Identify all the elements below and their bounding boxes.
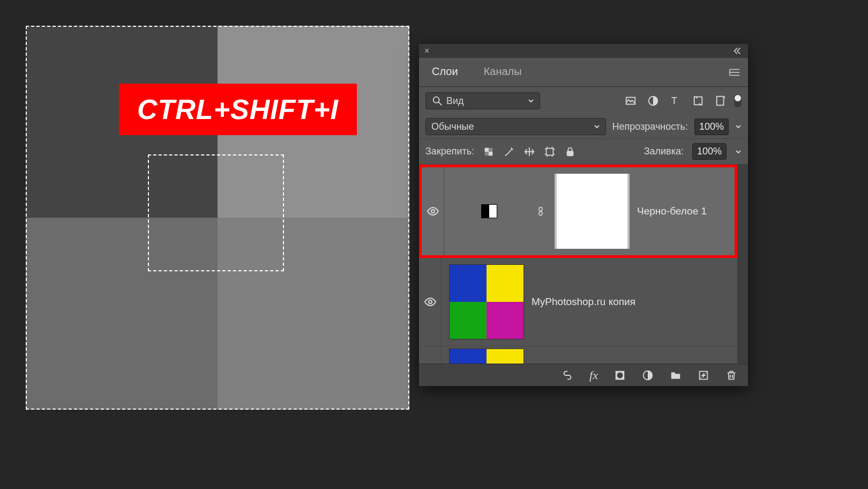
filter-smart-icon[interactable]	[715, 95, 727, 107]
lock-pixels-icon[interactable]	[503, 146, 515, 158]
layer-name[interactable]: Черно-белое 1	[637, 205, 707, 217]
svg-rect-19	[539, 212, 542, 216]
svg-rect-13	[485, 152, 489, 155]
visibility-toggle[interactable]	[419, 258, 442, 346]
delete-layer-icon[interactable]	[725, 369, 737, 381]
layer-name[interactable]: MyPhotoshop.ru копия	[532, 296, 635, 308]
canvas-quadrant	[218, 218, 409, 410]
svg-point-22	[617, 372, 623, 378]
canvas-quadrant	[26, 218, 218, 410]
layers-panel: × Слои Каналы Вид T Обычные Непрозрачнос…	[419, 44, 748, 386]
layer-list: Черно-белое 1 MyPhotoshop.ru копия	[419, 165, 748, 364]
blend-mode-select[interactable]: Обычные	[425, 118, 606, 135]
svg-point-17	[431, 210, 435, 213]
link-layers-icon[interactable]	[562, 369, 573, 381]
new-layer-icon[interactable]	[698, 369, 709, 381]
close-icon[interactable]: ×	[424, 46, 429, 56]
search-icon	[431, 95, 443, 107]
add-adjustment-icon[interactable]	[642, 369, 654, 381]
panel-titlebar[interactable]: ×	[419, 44, 748, 58]
link-mask-icon[interactable]	[534, 205, 547, 217]
visibility-toggle[interactable]	[419, 346, 442, 364]
lock-label: Закрепить:	[425, 146, 474, 157]
collapse-icon[interactable]	[731, 45, 743, 57]
lock-position-icon[interactable]	[523, 146, 535, 158]
layer-mask-thumb[interactable]	[555, 174, 630, 249]
panel-tabs: Слои Каналы	[419, 58, 748, 87]
chevron-down-icon[interactable]	[735, 149, 742, 155]
new-group-icon[interactable]	[670, 369, 682, 381]
filter-pixel-icon[interactable]	[625, 95, 637, 107]
svg-rect-11	[485, 147, 489, 151]
chevron-down-icon[interactable]	[735, 123, 742, 130]
svg-rect-14	[489, 152, 492, 155]
lock-all-icon[interactable]	[564, 146, 576, 158]
svg-point-20	[429, 300, 432, 303]
svg-point-4	[433, 97, 439, 103]
fx-icon[interactable]: fx	[589, 368, 598, 382]
panel-menu-icon[interactable]	[721, 68, 748, 77]
tab-channels[interactable]: Каналы	[471, 58, 535, 86]
hotkey-overlay: CTRL+SHIFT+I	[119, 84, 357, 135]
layer-thumb[interactable]	[449, 264, 524, 339]
fill-label: Заливка:	[644, 146, 684, 157]
chevron-down-icon	[528, 98, 534, 104]
svg-rect-9	[694, 97, 702, 105]
opacity-value[interactable]: 100%	[694, 118, 729, 135]
filter-type-icon[interactable]: T	[670, 95, 682, 107]
visibility-toggle[interactable]	[422, 167, 444, 255]
document-canvas[interactable]: CTRL+SHIFT+I	[26, 26, 409, 410]
svg-rect-18	[539, 208, 542, 211]
filter-adjust-icon[interactable]	[647, 95, 659, 107]
layer-row-partial[interactable]	[419, 346, 737, 364]
svg-line-5	[439, 102, 442, 106]
chevron-down-icon	[594, 123, 600, 130]
lock-artboard-icon[interactable]	[544, 146, 556, 158]
opacity-label: Непрозрачность:	[612, 121, 688, 132]
layers-footer: fx	[419, 364, 748, 386]
add-mask-icon[interactable]	[614, 369, 626, 381]
layer-row-main[interactable]: MyPhotoshop.ru копия	[419, 258, 737, 346]
lock-transparency-icon[interactable]	[483, 146, 495, 158]
svg-rect-10	[717, 97, 724, 106]
adjustment-thumb[interactable]	[452, 174, 527, 249]
tab-layers[interactable]: Слои	[419, 58, 471, 86]
scrollbar[interactable]	[737, 165, 748, 364]
svg-rect-15	[547, 148, 553, 155]
fill-value[interactable]: 100%	[692, 143, 727, 160]
filter-shape-icon[interactable]	[692, 95, 704, 107]
svg-rect-12	[489, 147, 492, 151]
layer-row-bw[interactable]: Черно-белое 1	[419, 165, 737, 258]
svg-text:T: T	[671, 95, 677, 106]
layer-thumb[interactable]	[449, 349, 524, 364]
blend-mode-label: Обычные	[431, 121, 474, 132]
filter-kind-select[interactable]: Вид	[425, 92, 540, 109]
filter-kind-label: Вид	[446, 95, 464, 107]
filter-toggle[interactable]	[734, 94, 742, 107]
svg-rect-16	[567, 151, 573, 155]
